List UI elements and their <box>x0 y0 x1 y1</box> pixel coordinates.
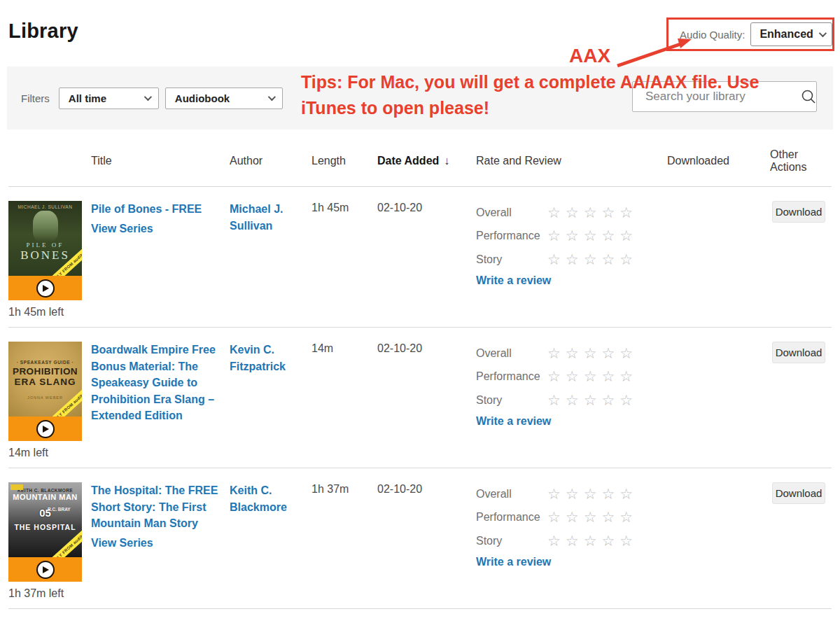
cover-player-bar <box>8 557 82 582</box>
date-added-value: 02-10-20 <box>377 482 476 496</box>
view-series-link[interactable]: View Series <box>91 537 153 550</box>
cover-title-text: PILE OF <box>8 241 82 248</box>
chevron-down-icon <box>819 29 827 37</box>
time-left-label: 1h 45m left <box>8 306 82 318</box>
time-range-dropdown[interactable]: All time <box>59 88 159 109</box>
cover-title-text: MOUNTAIN MAN <box>8 493 82 501</box>
star-rating-overall[interactable]: ☆☆☆☆☆ <box>547 346 638 360</box>
search-icon[interactable] <box>800 88 817 105</box>
book-cover[interactable]: MICHAEL J. SULLIVAN PILE OF BONES ONLY F… <box>8 201 82 318</box>
audible-ribbon: ONLY FROM audible <box>46 385 82 416</box>
write-review-link[interactable]: Write a review <box>476 556 551 568</box>
cover-title-text: THE HOSPITAL <box>8 523 82 531</box>
header-rate-and-review: Rate and Review <box>476 155 667 167</box>
download-button[interactable]: Download <box>772 342 825 363</box>
cover-narrator-text: R.C. BRAY <box>48 507 82 512</box>
filters-label: Filters <box>21 92 50 104</box>
header-date-added-label: Date Added <box>377 155 439 167</box>
content-type-value: Audiobook <box>175 92 230 104</box>
cover-corner-tag <box>10 484 23 490</box>
date-added-value: 02-10-20 <box>377 201 476 214</box>
library-search-box <box>632 81 817 112</box>
star-rating-story[interactable]: ☆☆☆☆☆ <box>547 393 638 407</box>
cover-title-text: ERA SLANG <box>8 377 82 387</box>
book-title-link[interactable]: The Hospital: The FREE Short Story: The … <box>91 482 218 532</box>
header-downloaded: Downloaded <box>667 155 770 167</box>
book-title-link[interactable]: Boardwalk Empire Free Bonus Material: Th… <box>91 342 218 424</box>
page-header: Library Audio Quality: Enhanced Filters … <box>0 0 840 133</box>
view-series-link[interactable]: View Series <box>91 223 153 235</box>
cover-art-waterfall <box>33 211 58 241</box>
rating-label-overall: Overall <box>476 347 547 360</box>
rating-label-story: Story <box>476 535 547 547</box>
table-row: MICHAEL J. SULLIVAN PILE OF BONES ONLY F… <box>8 187 832 328</box>
table-header-row: Title Author Length Date Added↓ Rate and… <box>8 133 832 187</box>
chevron-down-icon <box>144 93 152 101</box>
page-title: Library <box>8 20 78 43</box>
star-rating-story[interactable]: ☆☆☆☆☆ <box>547 534 638 548</box>
header-title: Title <box>91 155 230 167</box>
author-link[interactable]: Michael J. Sullivan <box>230 203 283 232</box>
rating-label-performance: Performance <box>476 230 547 242</box>
play-button[interactable] <box>36 420 55 438</box>
star-rating-story[interactable]: ☆☆☆☆☆ <box>547 253 638 267</box>
header-date-added[interactable]: Date Added↓ <box>377 155 476 167</box>
book-cover[interactable]: · SPEAKEASY GUIDE · PROHIBITION ERA SLAN… <box>8 342 82 459</box>
author-link[interactable]: Kevin C. Fitzpatrick <box>230 344 286 372</box>
rating-label-overall: Overall <box>476 206 547 219</box>
library-page: Library Audio Quality: Enhanced Filters … <box>0 0 840 623</box>
audio-quality-value: Enhanced <box>760 28 813 41</box>
audio-quality-dropdown[interactable]: Enhanced <box>750 22 832 46</box>
cover-art: · SPEAKEASY GUIDE · PROHIBITION ERA SLAN… <box>8 342 82 416</box>
author-link[interactable]: Keith C. Blackmore <box>230 484 287 513</box>
star-rating-performance[interactable]: ☆☆☆☆☆ <box>547 510 638 524</box>
play-icon <box>43 285 49 292</box>
cover-number-text: 05 <box>8 501 82 522</box>
header-author: Author <box>230 155 312 167</box>
download-button[interactable]: Download <box>772 482 825 504</box>
rating-label-overall: Overall <box>476 488 547 500</box>
sort-descending-icon: ↓ <box>444 155 449 167</box>
play-button[interactable] <box>36 279 55 298</box>
book-title-link[interactable]: Pile of Bones - FREE <box>91 201 218 218</box>
cover-player-bar <box>8 276 82 300</box>
play-button[interactable] <box>36 561 55 579</box>
rating-label-performance: Performance <box>476 370 547 383</box>
header-other-actions: Other Actions <box>770 148 832 174</box>
star-rating-performance[interactable]: ☆☆☆☆☆ <box>547 370 638 384</box>
chevron-down-icon <box>268 93 276 101</box>
library-table: Title Author Length Date Added↓ Rate and… <box>8 133 832 609</box>
length-value: 1h 45m <box>312 201 377 214</box>
audio-quality-label: Audio Quality: <box>680 29 745 41</box>
write-review-link[interactable]: Write a review <box>476 274 551 287</box>
rating-label-story: Story <box>476 253 547 266</box>
write-review-link[interactable]: Write a review <box>476 415 551 428</box>
cover-author-text: MICHAEL J. SULLIVAN <box>8 204 82 209</box>
filter-bar: Filters All time Audiobook <box>7 66 833 130</box>
rating-label-story: Story <box>476 394 547 407</box>
play-icon <box>43 426 49 433</box>
content-type-dropdown[interactable]: Audiobook <box>165 88 283 109</box>
rating-label-performance: Performance <box>476 511 547 524</box>
table-row: KEITH C. BLACKMORE MOUNTAIN MAN 05 R.C. … <box>8 468 832 609</box>
rate-and-review-cell: Overall☆☆☆☆☆ Performance☆☆☆☆☆ Story☆☆☆☆☆… <box>476 482 667 568</box>
rate-and-review-cell: Overall☆☆☆☆☆ Performance☆☆☆☆☆ Story☆☆☆☆☆… <box>476 342 667 428</box>
star-rating-performance[interactable]: ☆☆☆☆☆ <box>547 229 638 243</box>
star-rating-overall[interactable]: ☆☆☆☆☆ <box>547 487 638 501</box>
cover-art: MICHAEL J. SULLIVAN PILE OF BONES ONLY F… <box>8 201 82 276</box>
cover-art: KEITH C. BLACKMORE MOUNTAIN MAN 05 R.C. … <box>8 482 82 557</box>
cover-title-text: PROHIBITION <box>8 366 82 377</box>
play-icon <box>43 566 49 573</box>
star-rating-overall[interactable]: ☆☆☆☆☆ <box>547 206 638 220</box>
download-button[interactable]: Download <box>772 201 825 223</box>
book-cover[interactable]: KEITH C. BLACKMORE MOUNTAIN MAN 05 R.C. … <box>8 482 82 600</box>
time-range-value: All time <box>69 92 106 104</box>
rate-and-review-cell: Overall☆☆☆☆☆ Performance☆☆☆☆☆ Story☆☆☆☆☆… <box>476 201 667 287</box>
header-length: Length <box>312 155 377 167</box>
time-left-label: 1h 37m left <box>8 587 82 600</box>
annotation-aax-text: AAX <box>569 45 610 67</box>
date-added-value: 02-10-20 <box>377 342 476 355</box>
search-input[interactable] <box>637 90 800 104</box>
cover-number-zero: 0 <box>39 507 45 519</box>
cover-player-bar <box>8 416 82 441</box>
